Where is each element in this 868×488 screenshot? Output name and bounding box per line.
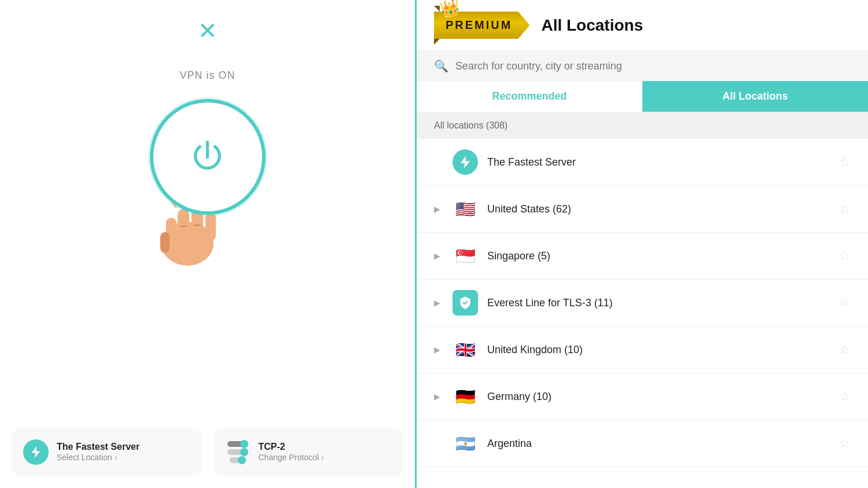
protocol-card-text: TCP-2 Change Protocol › xyxy=(259,442,325,463)
server-card-title: The Fastest Server xyxy=(57,442,139,452)
location-name: Singapore (5) xyxy=(487,250,830,262)
bolt-icon xyxy=(458,155,473,170)
expand-arrow: ▶ xyxy=(434,345,443,354)
toggle-icon-bottom2 xyxy=(230,457,246,463)
server-card-subtitle: Select Location › xyxy=(57,452,139,463)
flag-icon: 🇺🇸 xyxy=(453,196,478,222)
location-name: Everest Line for TLS-3 (11) xyxy=(487,297,830,309)
vpn-status-label: VPN is ON xyxy=(179,69,235,82)
search-bar: 🔍 xyxy=(417,51,868,81)
fastest-server-card-icon xyxy=(23,439,49,465)
power-button[interactable] xyxy=(150,99,266,215)
bolt-icon xyxy=(29,445,43,459)
ribbon-fold-bottom xyxy=(434,39,440,45)
svg-rect-5 xyxy=(160,232,170,253)
toggle-icon-top xyxy=(227,441,248,447)
location-name: Argentina xyxy=(487,438,830,450)
star-icon[interactable]: ☆ xyxy=(839,155,851,170)
shield-icon xyxy=(458,295,473,310)
bottom-cards: The Fastest Server Select Location › TCP… xyxy=(0,416,415,488)
star-icon[interactable]: ☆ xyxy=(839,295,851,310)
star-icon[interactable]: ☆ xyxy=(839,342,851,357)
star-icon[interactable]: ☆ xyxy=(839,436,851,451)
list-item[interactable]: ▶ 🇸🇬 Singapore (5) ☆ xyxy=(417,233,868,280)
star-icon[interactable]: ☆ xyxy=(839,248,851,263)
expand-arrow: ▶ xyxy=(434,392,443,401)
server-card[interactable]: The Fastest Server Select Location › xyxy=(12,428,202,476)
star-icon[interactable]: ☆ xyxy=(839,389,851,404)
search-icon: 🔍 xyxy=(434,59,448,73)
flag-icon: 🇦🇷 xyxy=(453,431,478,456)
svg-rect-1 xyxy=(178,209,189,241)
crown-icon: 👑 xyxy=(438,0,461,20)
list-item[interactable]: ▶ Everest Line for TLS-3 (11) ☆ xyxy=(417,280,868,326)
location-name: United States (62) xyxy=(487,203,830,215)
right-panel: PREMIUM 👑 All Locations 🔍 Recommended Al… xyxy=(417,0,868,488)
fastest-server-icon xyxy=(453,149,478,175)
list-item[interactable]: 🇦🇷 Argentina ☆ xyxy=(417,420,868,467)
expand-arrow: ▶ xyxy=(434,251,443,260)
location-tabs: Recommended All Locations xyxy=(417,81,868,112)
flag-icon: 🇬🇧 xyxy=(453,337,478,362)
flag-icon: 🇸🇬 xyxy=(453,243,478,269)
premium-label: PREMIUM xyxy=(446,19,512,31)
everest-icon xyxy=(453,290,478,315)
svg-rect-3 xyxy=(205,212,216,241)
protocol-card-icon xyxy=(225,439,251,465)
tab-all-locations[interactable]: All Locations xyxy=(642,81,868,112)
right-header: PREMIUM 👑 All Locations xyxy=(417,0,868,51)
search-input[interactable] xyxy=(455,60,851,72)
power-icon xyxy=(189,138,226,176)
left-panel: ✕ VPN is ON xyxy=(0,0,417,488)
location-name: Germany (10) xyxy=(487,391,830,403)
toggle-icon-bottom xyxy=(227,449,248,455)
power-button-container xyxy=(144,99,271,261)
list-item[interactable]: ▶ 🇺🇸 United States (62) ☆ xyxy=(417,186,868,233)
list-item[interactable]: The Fastest Server ☆ xyxy=(417,139,868,186)
list-item[interactable]: ▶ 🇬🇧 United Kingdom (10) ☆ xyxy=(417,326,868,373)
protocol-card[interactable]: TCP-2 Change Protocol › xyxy=(214,428,404,476)
protocol-card-title: TCP-2 xyxy=(259,442,325,452)
flag-icon: 🇩🇪 xyxy=(453,384,478,409)
expand-arrow: ▶ xyxy=(434,204,443,214)
tab-recommended[interactable]: Recommended xyxy=(417,81,642,112)
server-card-text: The Fastest Server Select Location › xyxy=(57,442,139,463)
location-list-header: All locations (308) xyxy=(417,112,868,139)
all-locations-title: All Locations xyxy=(541,16,643,35)
expand-arrow: ▶ xyxy=(434,298,443,307)
list-item[interactable]: ▶ 🇩🇪 Germany (10) ☆ xyxy=(417,373,868,420)
star-icon[interactable]: ☆ xyxy=(839,201,851,217)
protocol-card-subtitle: Change Protocol › xyxy=(259,452,325,463)
close-button[interactable]: ✕ xyxy=(198,17,218,44)
location-name: The Fastest Server xyxy=(487,156,830,168)
location-name: United Kingdom (10) xyxy=(487,344,830,356)
premium-badge-container: PREMIUM 👑 xyxy=(434,12,529,39)
location-list: The Fastest Server ☆ ▶ 🇺🇸 United States … xyxy=(417,139,868,488)
